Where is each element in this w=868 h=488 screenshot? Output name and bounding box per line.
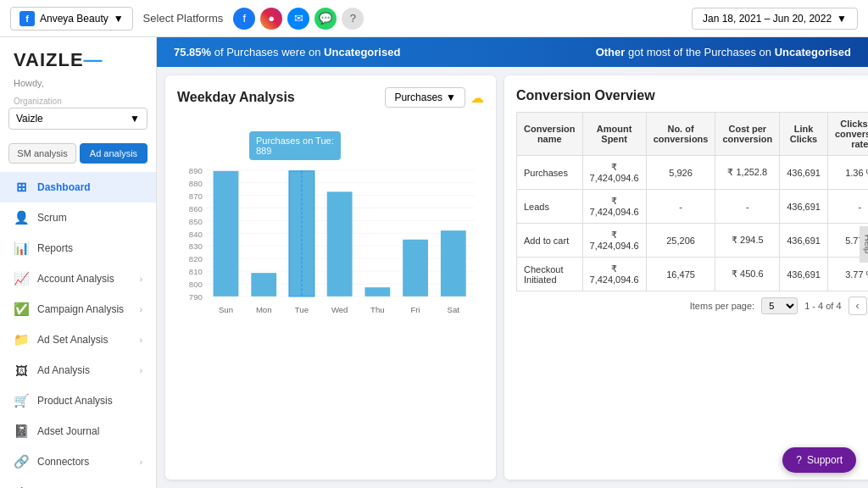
analysis-tabs: SM analysis Ad analysis [8, 143, 147, 164]
cell-cost: - [715, 190, 780, 224]
svg-text:Tue: Tue [295, 305, 309, 314]
help-platform-icon[interactable]: ? [342, 8, 364, 30]
sidebar-item-label: Campaign Analysis [37, 303, 124, 315]
sidebar-item-label: Ad Analysis [37, 364, 90, 376]
cell-conversions: 5,926 [646, 156, 715, 190]
items-per-page-select[interactable]: 5 10 25 [761, 297, 798, 314]
topbar: f Anveya Beauty ▼ Select Platforms f ● ✉… [0, 0, 868, 37]
cell-name: Checkout Initiated [517, 258, 583, 291]
svg-text:880: 880 [189, 179, 203, 188]
conversion-panel-header: Conversion Overview ☁ [516, 87, 868, 103]
cell-cost: ₹ 1,252.8 [715, 156, 780, 190]
date-range-selector[interactable]: Jan 18, 2021 – Jun 20, 2022 ▼ [692, 8, 858, 30]
svg-text:800: 800 [189, 280, 203, 289]
sidebar-item-scrum[interactable]: 👤 Scrum [0, 202, 156, 233]
cell-conversions: 25,206 [646, 224, 715, 258]
whatsapp-platform-icon[interactable]: 💬 [314, 8, 337, 30]
brand-logo-dash: — [84, 49, 103, 70]
bar-chart-svg: 890 880 870 860 850 840 830 820 810 800 … [177, 116, 484, 468]
prev-page-button[interactable]: ‹ [849, 297, 867, 315]
bar-mon [251, 273, 276, 297]
bar-thu [364, 287, 390, 297]
facebook-platform-icon[interactable]: f [233, 8, 255, 30]
messenger-platform-icon[interactable]: ✉ [287, 8, 309, 30]
chevron-right-icon: › [140, 458, 142, 467]
cell-conversions: - [646, 190, 715, 224]
col-header-conversions: No. of conversions [646, 113, 715, 156]
svg-text:Mon: Mon [256, 305, 272, 314]
banner-uncategorised: Uncategorised [324, 46, 400, 58]
instagram-platform-icon[interactable]: ● [260, 8, 282, 30]
weekday-dropdown[interactable]: Purchases ▼ [385, 87, 465, 108]
col-header-rate: Clicks to conversion rate [827, 113, 868, 156]
bar-sun [214, 171, 239, 297]
account-selector[interactable]: f Anveya Beauty ▼ [10, 7, 133, 30]
svg-text:Wed: Wed [331, 305, 348, 314]
cell-name: Add to cart [517, 224, 583, 258]
svg-text:Sat: Sat [448, 305, 460, 314]
cell-cost: ₹ 294.5 [715, 224, 780, 258]
svg-text:830: 830 [189, 241, 203, 251]
conversion-overview-panel: Conversion Overview ☁ Conversion name Am… [504, 75, 868, 480]
org-label: Organization [0, 90, 156, 108]
cell-conversions: 16,475 [646, 258, 715, 291]
org-name: Vaizle [16, 113, 43, 125]
support-label: Support [807, 454, 843, 466]
settings-icon: ⚙ [14, 485, 29, 488]
sidebar-item-ad-analysis[interactable]: 🖼 Ad Analysis › [0, 355, 156, 385]
sidebar-item-adset-journal[interactable]: 📓 Adset Journal [0, 416, 156, 446]
sidebar-item-account-analysis[interactable]: 📈 Account Analysis › [0, 263, 156, 294]
sidebar-item-dashboard[interactable]: ⊞ Dashboard [0, 172, 156, 202]
weekday-chart: Purchases on Tue: 889 890 880 870 860 85… [177, 116, 484, 468]
cell-clicks: 436,691 [780, 258, 828, 291]
banner-other: Other [596, 46, 626, 58]
svg-text:790: 790 [189, 292, 203, 302]
conversion-title: Conversion Overview [516, 88, 655, 103]
weekday-panel-header: Weekday Analysis Purchases ▼ ☁ [177, 87, 484, 108]
table-footer: Items per page: 5 10 25 1 - 4 of 4 ‹ › [516, 291, 868, 315]
cell-amount: ₹ 7,424,094.6 [582, 258, 646, 291]
pagination-nav: ‹ › [849, 297, 868, 315]
sidebar-item-settings[interactable]: ⚙ Settings [0, 477, 156, 488]
org-selector[interactable]: Vaizle ▼ [8, 108, 147, 130]
table-row: Add to cart ₹ 7,424,094.6 25,206 ₹ 294.5… [517, 224, 869, 258]
sidebar-item-reports[interactable]: 📊 Reports [0, 233, 156, 263]
cell-amount: ₹ 7,424,094.6 [582, 224, 646, 258]
sidebar-item-label: Connectors [37, 456, 89, 468]
cloud-download-icon[interactable]: ☁ [470, 90, 484, 106]
sidebar-item-connectors[interactable]: 🔗 Connectors › [0, 446, 156, 477]
howdy-text: Howdy, [0, 76, 156, 90]
cell-name: Leads [517, 190, 583, 224]
main-layout: VAIZLE— Howdy, Organization Vaizle ▼ SM … [0, 37, 868, 488]
table-row: Checkout Initiated ₹ 7,424,094.6 16,475 … [517, 258, 869, 291]
account-dropdown-arrow: ▼ [114, 13, 124, 25]
svg-text:850: 850 [189, 217, 203, 226]
sidebar-item-ad-set-analysis[interactable]: 📁 Ad Set Analysis › [0, 324, 156, 355]
banner-right: Other got most of the Purchases on Uncat… [596, 46, 851, 58]
chevron-right-icon: › [140, 336, 142, 345]
ad-analysis-tab[interactable]: Ad analysis [80, 143, 147, 164]
col-header-clicks: Link Clicks [780, 113, 828, 156]
svg-text:Sun: Sun [219, 305, 233, 314]
account-analysis-icon: 📈 [14, 271, 29, 286]
help-tab[interactable]: Help [860, 226, 868, 263]
page-info: 1 - 4 of 4 [804, 301, 841, 311]
sidebar-item-label: Product Analysis [37, 395, 113, 407]
sidebar-item-label: Adset Journal [37, 425, 99, 437]
brand-area: VAIZLE— [0, 37, 156, 76]
content-area: 75.85% of Purchases were on Uncategorise… [157, 37, 868, 488]
support-button[interactable]: ? Support [782, 447, 856, 473]
sidebar-item-campaign-analysis[interactable]: ✅ Campaign Analysis › [0, 294, 156, 324]
date-range-text: Jan 18, 2021 – Jun 20, 2022 [703, 13, 832, 25]
chevron-right-icon: › [140, 305, 142, 314]
svg-text:Thu: Thu [370, 305, 385, 314]
sidebar-item-label: Reports [37, 242, 73, 254]
brand-logo: VAIZLE— [14, 49, 142, 71]
cell-cost: ₹ 450.6 [715, 258, 780, 291]
sm-analysis-tab[interactable]: SM analysis [8, 143, 76, 164]
cell-rate: 1.36 % [827, 156, 868, 190]
org-dropdown-arrow: ▼ [130, 113, 140, 125]
support-icon: ? [796, 454, 802, 466]
sidebar-item-product-analysis[interactable]: 🛒 Product Analysis [0, 385, 156, 416]
chevron-right-icon: › [140, 366, 142, 375]
